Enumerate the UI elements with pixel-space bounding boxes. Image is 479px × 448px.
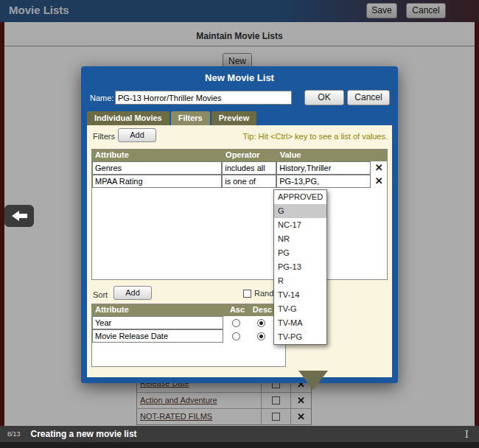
left-arrow-icon	[12, 211, 19, 221]
sort-label: Sort	[93, 290, 108, 299]
name-label: Name:	[90, 94, 113, 102]
dropdown-option[interactable]: PG	[274, 246, 326, 260]
tab-filters[interactable]: Filters	[171, 111, 210, 125]
desc-radio[interactable]	[257, 332, 265, 340]
filters-label: Filters	[93, 132, 115, 141]
add-filter-button[interactable]: Add	[118, 128, 156, 142]
name-input[interactable]	[115, 91, 292, 105]
sort-row: ✕	[92, 329, 285, 343]
dropdown-option[interactable]: TV-14	[274, 288, 326, 302]
dialog-tabs: Individual Movies Filters Preview	[87, 111, 256, 125]
add-sort-button[interactable]: Add	[113, 286, 152, 300]
dropdown-option[interactable]: NC-17	[274, 218, 326, 232]
delete-filter-icon[interactable]: ✕	[371, 175, 387, 188]
left-arrow-shaft	[19, 214, 27, 218]
dialog-cancel-button[interactable]: Cancel	[347, 90, 390, 105]
dropdown-option[interactable]: R	[274, 274, 326, 288]
filter-value-input[interactable]	[276, 161, 371, 175]
value-dropdown: APPROVED G NC-17 NR PG PG-13 R TV-14 TV-…	[273, 189, 327, 345]
random-checkbox[interactable]	[243, 290, 251, 298]
tab-individual-movies[interactable]: Individual Movies	[87, 111, 169, 125]
col-header-attribute: Attribute	[92, 150, 223, 161]
filter-value-input[interactable]	[276, 175, 371, 188]
asc-radio[interactable]	[232, 332, 240, 340]
filter-attribute-input[interactable]	[92, 175, 222, 188]
asc-radio[interactable]	[232, 319, 240, 327]
desc-radio[interactable]	[257, 319, 265, 327]
filter-operator-input[interactable]	[222, 161, 276, 175]
col-header-operator: Operator	[223, 150, 277, 161]
col-header-desc: Desc	[248, 304, 273, 316]
filter-operator-input[interactable]	[222, 175, 276, 188]
tour-status-bar: 8/13 Creating a new movie list I	[0, 426, 479, 442]
new-movie-list-dialog: New Movie List Name: OK Cancel Individua…	[81, 66, 398, 383]
filter-attribute-input[interactable]	[92, 161, 222, 175]
sort-table: Attribute Asc Desc ✕ ✕	[91, 304, 286, 367]
sort-attribute-input[interactable]	[92, 316, 223, 329]
bottom-strip	[0, 442, 479, 448]
text-cursor-icon: I	[465, 429, 469, 440]
tour-step-counter: 8/13	[7, 430, 21, 438]
dropdown-option-highlighted[interactable]: G	[274, 204, 326, 218]
filter-row: ✕	[92, 161, 387, 175]
filters-table-header: Attribute Operator Value	[92, 150, 387, 161]
filter-row: ✕	[92, 175, 387, 188]
col-header-attribute: Attribute	[92, 304, 223, 316]
dropdown-option[interactable]: TV-G	[274, 302, 326, 316]
tour-back-button[interactable]	[4, 205, 34, 227]
tab-preview[interactable]: Preview	[211, 111, 257, 125]
filters-table: Attribute Operator Value ✕ ✕	[91, 149, 388, 280]
dialog-title: New Movie List	[81, 72, 398, 83]
sort-row: ✕	[92, 316, 285, 329]
tour-pointer-icon	[298, 371, 328, 390]
col-header-value: Value	[277, 150, 371, 161]
ok-button[interactable]: OK	[304, 90, 344, 105]
filters-tip: Tip: Hit <Ctrl> key to see a list of val…	[243, 132, 388, 141]
dropdown-option[interactable]: TV-MA	[274, 316, 326, 330]
dropdown-option[interactable]: APPROVED	[274, 190, 326, 204]
sort-table-header: Attribute Asc Desc	[92, 304, 285, 316]
col-header-asc: Asc	[223, 304, 248, 316]
sort-attribute-input[interactable]	[92, 329, 223, 343]
delete-filter-icon[interactable]: ✕	[371, 161, 387, 175]
app-window: Movie Lists Save Cancel Maintain Movie L…	[0, 0, 479, 448]
dropdown-option[interactable]: PG-13	[274, 260, 326, 274]
dropdown-option[interactable]: TV-PG	[274, 330, 326, 344]
dropdown-option[interactable]: NR	[274, 232, 326, 246]
filters-tab-panel: Filters Add Tip: Hit <Ctrl> key to see a…	[87, 125, 392, 377]
tour-caption: Creating a new movie list	[31, 429, 137, 439]
